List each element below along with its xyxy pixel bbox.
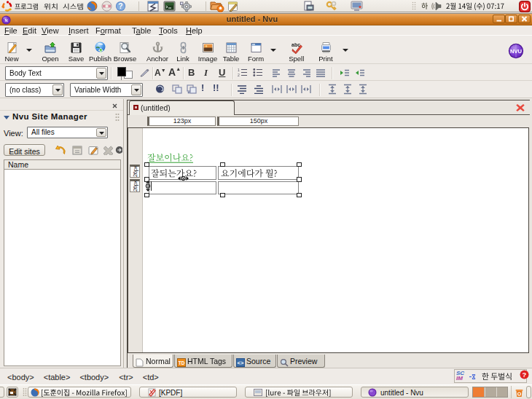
svg-text:?: ? bbox=[523, 371, 527, 379]
svg-text:NVU: NVU bbox=[510, 48, 523, 55]
svg-text:TD: TD bbox=[179, 360, 185, 366]
svg-text:1: 1 bbox=[238, 68, 240, 72]
svg-text:?: ? bbox=[118, 2, 122, 10]
svg-text:<>: <> bbox=[238, 360, 244, 366]
svg-text:2: 2 bbox=[238, 73, 240, 77]
svg-text:abc: abc bbox=[292, 42, 300, 47]
